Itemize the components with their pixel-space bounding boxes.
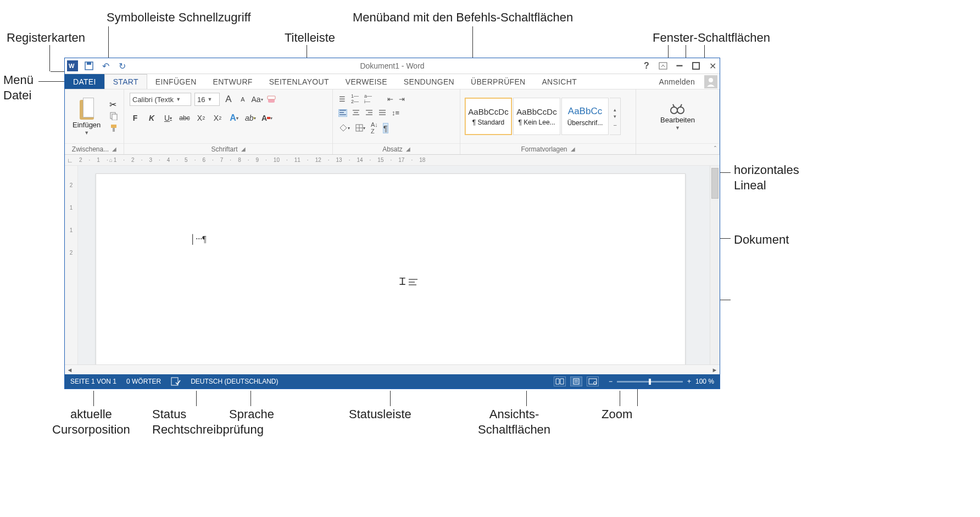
- indent-marker-icon[interactable]: ⌂: [109, 157, 113, 163]
- maximize-icon[interactable]: [691, 61, 701, 71]
- vertical-ruler[interactable]: 2112: [65, 166, 78, 364]
- callout-tabs: Registerkarten: [7, 30, 85, 46]
- borders-icon[interactable]: ▾: [355, 123, 366, 132]
- quick-access-toolbar: W ↶ ↻: [65, 58, 720, 74]
- spellcheck-status-icon[interactable]: [171, 377, 181, 386]
- help-icon[interactable]: ?: [642, 61, 652, 71]
- vertical-scrollbar[interactable]: [710, 166, 720, 364]
- style-no-spacing[interactable]: AaBbCcDc ¶ Kein Lee...: [513, 98, 560, 135]
- show-hide-pilcrow-button[interactable]: ¶: [383, 123, 388, 133]
- ribbon-group-paragraph: ☰ 1—2— a—i— ⇤ ⇥: [333, 89, 460, 154]
- callout-document: Dokument: [734, 232, 789, 248]
- style-normal[interactable]: AaBbCcDc ¶ Standard: [465, 98, 512, 135]
- superscript-button[interactable]: X2: [212, 113, 223, 123]
- styles-gallery-more[interactable]: ▴▾⎯: [610, 98, 621, 135]
- web-layout-icon[interactable]: [587, 376, 599, 386]
- dialog-launcher-icon[interactable]: ◢: [406, 146, 410, 152]
- sort-icon[interactable]: A↓Z: [370, 121, 378, 135]
- zoom-level[interactable]: 100 %: [695, 378, 714, 385]
- bullets-icon[interactable]: ☰: [338, 94, 346, 104]
- tab-selector-icon[interactable]: ∟: [67, 157, 73, 164]
- clear-formatting-icon[interactable]: [266, 94, 277, 105]
- svg-point-16: [671, 107, 677, 114]
- word-count[interactable]: 0 WÖRTER: [126, 378, 161, 385]
- scroll-right-icon[interactable]: ►: [710, 367, 720, 373]
- tab-insert[interactable]: EINFÜGEN: [147, 74, 205, 89]
- align-center-icon[interactable]: [352, 109, 360, 117]
- ribbon-tabs: DATEI START EINFÜGEN ENTWURF SEITENLAYOU…: [65, 74, 720, 89]
- status-bar: SEITE 1 VON 1 0 WÖRTER DEUTSCH (DEUTSCHL…: [65, 374, 720, 389]
- style-heading1[interactable]: AaBbCc Überschrif...: [561, 98, 609, 135]
- print-layout-icon[interactable]: [570, 376, 582, 386]
- svg-text:W: W: [69, 63, 75, 69]
- tab-view[interactable]: ANSICHT: [533, 74, 585, 89]
- horizontal-scrollbar[interactable]: ◄ ►: [65, 364, 720, 374]
- font-name-dropdown[interactable]: Calibri (Textk▼: [130, 93, 191, 106]
- grow-font-icon[interactable]: A: [223, 94, 234, 105]
- align-right-icon[interactable]: [365, 109, 374, 117]
- copy-icon[interactable]: [109, 111, 119, 121]
- avatar-icon[interactable]: [704, 75, 717, 88]
- zoom-slider-thumb[interactable]: [649, 379, 651, 385]
- shrink-font-icon[interactable]: A: [237, 94, 248, 105]
- decrease-indent-icon[interactable]: ⇤: [387, 94, 394, 104]
- callout-language: Sprache: [229, 407, 274, 422]
- read-mode-icon[interactable]: [554, 376, 566, 386]
- chevron-down-icon: ▼: [84, 130, 89, 136]
- tab-review[interactable]: ÜBERPRÜFEN: [463, 74, 533, 89]
- save-icon[interactable]: [83, 60, 94, 71]
- subscript-button[interactable]: X2: [196, 113, 207, 123]
- ribbon-display-icon[interactable]: [658, 61, 668, 71]
- align-left-icon[interactable]: [338, 109, 347, 117]
- cut-icon[interactable]: ✂: [109, 99, 119, 109]
- page-indicator[interactable]: SEITE 1 VON 1: [70, 378, 116, 385]
- callout-qat: Symbolleiste Schnellzugriff: [107, 10, 251, 25]
- language-indicator[interactable]: DEUTSCH (DEUTSCHLAND): [191, 378, 278, 385]
- tab-references[interactable]: VERWEISE: [337, 74, 396, 89]
- svg-point-6: [709, 78, 713, 82]
- document-page[interactable]: │···¶ Ꮖ: [96, 173, 686, 364]
- strikethrough-button[interactable]: abc: [179, 113, 190, 123]
- redo-icon[interactable]: ↻: [116, 60, 127, 71]
- zoom-in-button[interactable]: +: [687, 378, 691, 385]
- format-painter-icon[interactable]: [109, 123, 119, 133]
- tab-layout[interactable]: SEITENLAYOUT: [261, 74, 337, 89]
- font-color-icon[interactable]: A▾: [261, 113, 272, 123]
- line-spacing-icon[interactable]: ↕≡: [391, 108, 400, 117]
- dialog-launcher-icon[interactable]: ◢: [571, 146, 575, 152]
- tab-start[interactable]: START: [104, 74, 147, 89]
- zoom-slider[interactable]: [617, 381, 683, 383]
- svg-rect-3: [87, 62, 91, 65]
- paste-button[interactable]: Einfügen ▼: [69, 97, 104, 137]
- binoculars-icon: [670, 103, 685, 115]
- increase-indent-icon[interactable]: ⇥: [398, 94, 405, 104]
- undo-icon[interactable]: ↶: [100, 60, 111, 71]
- highlight-icon[interactable]: ab▾: [245, 113, 256, 123]
- bold-button[interactable]: F: [130, 113, 141, 123]
- tab-design[interactable]: ENTWURF: [205, 74, 261, 89]
- numbering-icon[interactable]: 1—2—: [350, 93, 359, 105]
- tab-mailings[interactable]: SENDUNGEN: [396, 74, 463, 89]
- tab-file[interactable]: DATEI: [65, 74, 104, 89]
- italic-button[interactable]: K: [146, 113, 157, 123]
- editing-button[interactable]: Bearbeiten ▼: [655, 103, 700, 131]
- view-mode-buttons: [554, 376, 599, 386]
- scroll-left-icon[interactable]: ◄: [65, 367, 75, 373]
- font-size-dropdown[interactable]: 16▼: [194, 93, 220, 106]
- multilevel-list-icon[interactable]: a—i—: [364, 93, 372, 105]
- zoom-out-button[interactable]: −: [609, 378, 612, 385]
- scrollbar-thumb[interactable]: [711, 168, 719, 199]
- minimize-icon[interactable]: −: [675, 61, 684, 71]
- horizontal-ruler[interactable]: ∟ 2·1· ⌂ 1·2· 3·4· 5·6· 7·8· 9·10· 11·12…: [65, 155, 720, 166]
- sign-in-link[interactable]: Anmelden: [651, 74, 703, 89]
- close-icon[interactable]: ✕: [708, 61, 717, 71]
- svg-rect-8: [112, 114, 117, 120]
- underline-button[interactable]: U▾: [163, 113, 174, 123]
- dialog-launcher-icon[interactable]: ◢: [241, 146, 246, 152]
- dialog-launcher-icon[interactable]: ◢: [112, 146, 116, 152]
- collapse-ribbon-icon[interactable]: ˆ: [714, 145, 716, 153]
- justify-icon[interactable]: [378, 109, 387, 117]
- text-effects-icon[interactable]: A▾: [229, 113, 240, 123]
- shading-icon[interactable]: ▾: [338, 123, 350, 132]
- change-case-icon[interactable]: Aa▾: [252, 94, 263, 105]
